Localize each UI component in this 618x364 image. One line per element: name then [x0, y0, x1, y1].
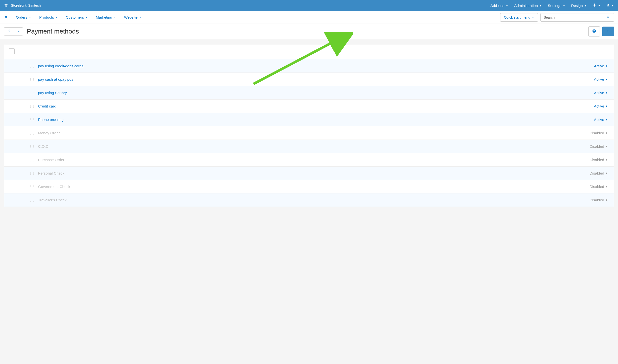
notifications-menu[interactable]: ▼ [593, 3, 600, 8]
status-dropdown[interactable]: Active▼ [594, 77, 609, 81]
menu-settings[interactable]: Settings ▼ [548, 3, 565, 8]
caret-down-icon: ▼ [598, 4, 600, 7]
status-dropdown[interactable]: Active▼ [594, 91, 609, 95]
drag-handle-icon[interactable]: ⋮⋮ [29, 158, 35, 162]
back-dropdown-button[interactable]: ▼ [15, 28, 23, 35]
page-header: ▼ Payment methods [0, 24, 618, 39]
status-dropdown[interactable]: Disabled▼ [590, 198, 609, 202]
status-dropdown[interactable]: Disabled▼ [590, 131, 609, 135]
table-row: ⋮⋮Traveller's CheckDisabled▼ [4, 193, 614, 207]
nav-products[interactable]: Products ▼ [39, 15, 58, 19]
caret-down-icon: ▼ [55, 16, 58, 19]
back-button-group: ▼ [4, 27, 23, 36]
page-header-right [588, 26, 614, 36]
caret-down-icon: ▼ [532, 16, 534, 19]
user-menu[interactable]: ▼ [606, 3, 614, 8]
payment-method-link[interactable]: Credit card [38, 104, 56, 108]
user-icon [606, 3, 610, 8]
status-label: Disabled [590, 158, 604, 162]
nav-marketing[interactable]: Marketing ▼ [96, 15, 116, 19]
caret-down-icon: ▼ [605, 145, 608, 148]
caret-down-icon: ▼ [506, 4, 508, 7]
drag-handle-icon[interactable]: ⋮⋮ [29, 185, 35, 189]
payment-method-link[interactable]: Personal Check [38, 171, 64, 175]
status-dropdown[interactable]: Disabled▼ [590, 184, 609, 189]
row-left: ⋮⋮Personal Check [9, 171, 64, 175]
payment-method-link[interactable]: Purchase Order [38, 158, 64, 162]
status-dropdown[interactable]: Disabled▼ [590, 171, 609, 175]
drag-handle-icon[interactable]: ⋮⋮ [29, 145, 35, 148]
row-left: ⋮⋮pay using credit/debit cards [9, 64, 84, 68]
caret-down-icon: ▼ [18, 30, 20, 33]
row-left: ⋮⋮Credit card [9, 104, 56, 108]
nav-customers-label: Customers [66, 15, 84, 19]
status-label: Disabled [590, 184, 604, 189]
row-left: ⋮⋮pay cash at opay pos [9, 77, 73, 81]
nav-orders-label: Orders [16, 15, 27, 19]
caret-down-icon: ▼ [605, 185, 608, 188]
payment-method-link[interactable]: C.O.D [38, 144, 48, 148]
status-dropdown[interactable]: Active▼ [594, 64, 609, 68]
menu-design[interactable]: Design ▼ [571, 3, 587, 8]
drag-handle-icon[interactable]: ⋮⋮ [29, 171, 35, 175]
table-row: ⋮⋮pay cash at opay posActive▼ [4, 73, 614, 86]
table-row: ⋮⋮Government CheckDisabled▼ [4, 180, 614, 193]
caret-down-icon: ▼ [563, 4, 565, 7]
content-area: ⋮⋮pay using credit/debit cardsActive▼⋮⋮p… [0, 39, 618, 212]
drag-handle-icon[interactable]: ⋮⋮ [29, 64, 35, 68]
payment-method-link[interactable]: pay using credit/debit cards [38, 64, 84, 68]
storefront-label[interactable]: Storefront: Simtech [11, 3, 41, 7]
nav-website[interactable]: Website ▼ [124, 15, 141, 19]
payment-method-link[interactable]: Government Check [38, 184, 70, 189]
status-label: Active [594, 64, 604, 68]
add-button[interactable] [602, 27, 614, 36]
drag-handle-icon[interactable]: ⋮⋮ [29, 91, 35, 95]
page-title: Payment methods [27, 28, 79, 35]
search-input[interactable] [541, 13, 603, 21]
menu-addons[interactable]: Add-ons ▼ [490, 3, 508, 8]
caret-down-icon: ▼ [605, 91, 608, 94]
drag-handle-icon[interactable]: ⋮⋮ [29, 104, 35, 108]
table-row: ⋮⋮C.O.DDisabled▼ [4, 140, 614, 153]
drag-handle-icon[interactable]: ⋮⋮ [29, 77, 35, 81]
payment-method-link[interactable]: Phone ordering [38, 117, 64, 122]
caret-down-icon: ▼ [584, 4, 587, 7]
search-button[interactable] [603, 13, 614, 21]
payment-method-link[interactable]: Traveller's Check [38, 198, 67, 202]
drag-handle-icon[interactable]: ⋮⋮ [29, 198, 35, 202]
help-button[interactable] [588, 26, 600, 36]
caret-down-icon: ▼ [85, 16, 88, 19]
status-dropdown[interactable]: Active▼ [594, 117, 609, 122]
select-all-checkbox[interactable] [9, 48, 15, 54]
cart-icon [4, 3, 8, 8]
top-bar-left: Storefront: Simtech [4, 3, 41, 8]
back-button[interactable] [4, 28, 15, 35]
status-dropdown[interactable]: Disabled▼ [590, 158, 609, 162]
status-label: Active [594, 77, 604, 81]
payment-method-link[interactable]: pay using Shahry [38, 91, 67, 95]
drag-handle-icon[interactable]: ⋮⋮ [29, 131, 35, 135]
home-icon[interactable] [4, 15, 8, 20]
nav-customers[interactable]: Customers ▼ [66, 15, 88, 19]
menu-addons-label: Add-ons [490, 3, 504, 8]
quick-start-label: Quick start menu [504, 15, 530, 19]
caret-down-icon: ▼ [605, 172, 608, 175]
nav-orders[interactable]: Orders ▼ [16, 15, 31, 19]
payment-method-link[interactable]: pay cash at opay pos [38, 77, 73, 81]
drag-handle-icon[interactable]: ⋮⋮ [29, 118, 35, 122]
row-left: ⋮⋮Government Check [9, 184, 70, 189]
status-dropdown[interactable]: Disabled▼ [590, 144, 609, 148]
payment-method-link[interactable]: Money Order [38, 131, 60, 135]
menu-administration[interactable]: Administration ▼ [514, 3, 542, 8]
top-bar-right: Add-ons ▼ Administration ▼ Settings ▼ De… [490, 3, 614, 8]
menu-design-label: Design [571, 3, 583, 8]
main-nav-right: Quick start menu ▼ [500, 13, 614, 22]
nav-products-label: Products [39, 15, 54, 19]
caret-down-icon: ▼ [605, 105, 608, 108]
table-row: ⋮⋮pay using ShahryActive▼ [4, 86, 614, 100]
menu-administration-label: Administration [514, 3, 538, 8]
table-header [4, 44, 614, 59]
status-dropdown[interactable]: Active▼ [594, 104, 609, 108]
content: ⋮⋮pay using credit/debit cardsActive▼⋮⋮p… [0, 39, 618, 212]
quick-start-button[interactable]: Quick start menu ▼ [500, 13, 538, 22]
